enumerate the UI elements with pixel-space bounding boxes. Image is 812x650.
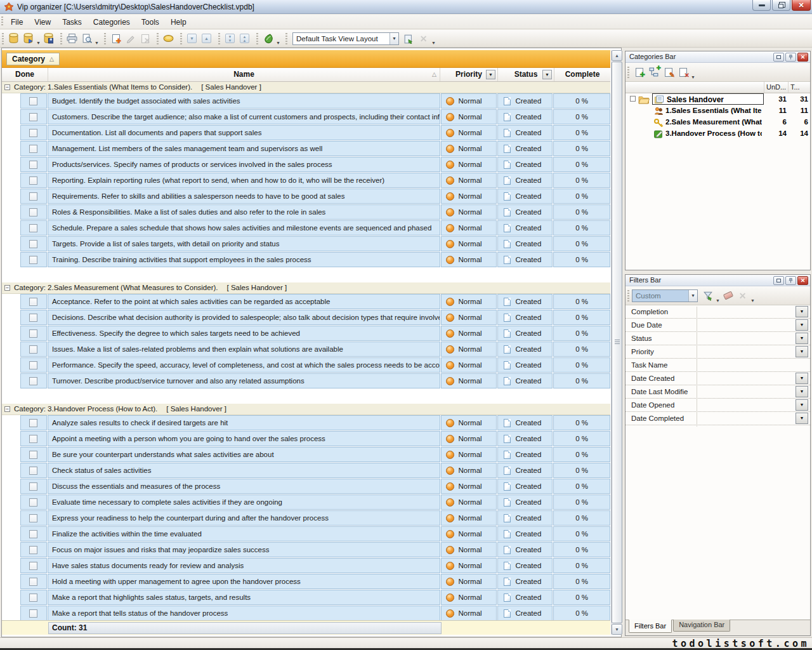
task-row[interactable]: Discuss the essentials and measures of t… bbox=[2, 479, 610, 494]
tree-column-total[interactable]: T... bbox=[788, 82, 810, 93]
task-name-cell[interactable]: Performance. Specify the speed, accuracy… bbox=[48, 357, 440, 373]
task-row[interactable]: Customers. Describe the target audience;… bbox=[2, 109, 610, 124]
filter-value-dropdown-icon[interactable]: ▼ bbox=[796, 319, 808, 331]
task-name-cell[interactable]: Targets. Provide a list of sales targets… bbox=[48, 236, 440, 251]
priority-cell[interactable]: Normal bbox=[441, 93, 497, 109]
filters-toolbar-dropdown-icon[interactable]: ▼ bbox=[750, 298, 756, 305]
task-name-cell[interactable]: Express your readiness to help the count… bbox=[48, 510, 440, 526]
menu-item-file[interactable]: File bbox=[5, 16, 29, 29]
task-row[interactable]: Analyze sales results to check if desire… bbox=[2, 415, 610, 430]
filters-close-button[interactable]: ✕ bbox=[797, 276, 808, 285]
filter-row[interactable]: Priority▼ bbox=[625, 345, 810, 359]
status-cell[interactable]: Created bbox=[497, 431, 553, 446]
status-cell[interactable]: Created bbox=[497, 373, 553, 388]
task-row[interactable]: Appoint a meeting with a person whom you… bbox=[2, 431, 610, 446]
status-cell[interactable]: Created bbox=[497, 310, 553, 325]
priority-cell[interactable]: Normal bbox=[441, 415, 497, 430]
status-cell[interactable]: Created bbox=[497, 479, 553, 494]
clear-filter-button[interactable] bbox=[721, 289, 735, 303]
print-preview-button[interactable] bbox=[79, 32, 94, 46]
task-name-cell[interactable]: Discuss the essentials and measures of t… bbox=[48, 479, 440, 494]
notification-dropdown-icon[interactable]: ▼ bbox=[275, 41, 281, 47]
task-row[interactable]: Check status of sales activitiesNormalCr… bbox=[2, 463, 610, 478]
filter-value-dropdown-icon[interactable]: ▼ bbox=[796, 333, 808, 344]
complete-cell[interactable]: 0 % bbox=[553, 590, 610, 605]
status-cell[interactable]: Created bbox=[497, 220, 553, 235]
task-row[interactable]: Documentation. List all documents and pa… bbox=[2, 125, 610, 140]
task-name-cell[interactable]: Budget. Identify the budget associated w… bbox=[48, 93, 440, 109]
status-cell[interactable]: Created bbox=[497, 93, 553, 109]
done-checkbox[interactable] bbox=[29, 546, 37, 554]
layout-dropdown-icon[interactable]: ▼ bbox=[431, 41, 436, 47]
priority-cell[interactable]: Normal bbox=[441, 189, 497, 204]
priority-cell[interactable]: Normal bbox=[441, 294, 497, 309]
done-checkbox[interactable] bbox=[29, 129, 37, 137]
categories-pin-button[interactable] bbox=[785, 53, 796, 62]
delete-filter-button[interactable]: ✕ bbox=[735, 289, 750, 303]
task-name-cell[interactable]: Requirements. Refer to skills and abilit… bbox=[48, 189, 440, 204]
task-name-cell[interactable]: Acceptance. Refer to the point at which … bbox=[48, 294, 440, 309]
status-cell[interactable]: Created bbox=[497, 109, 553, 124]
complete-cell[interactable]: 0 % bbox=[553, 326, 610, 341]
status-cell[interactable]: Created bbox=[497, 574, 553, 589]
done-checkbox[interactable] bbox=[29, 314, 37, 322]
task-name-cell[interactable]: Documentation. List all documents and pa… bbox=[48, 125, 440, 140]
task-row[interactable]: Reporting. Explain reporting rules (what… bbox=[2, 173, 610, 188]
complete-cell[interactable]: 0 % bbox=[553, 294, 610, 309]
filter-value-dropdown-icon[interactable]: ▼ bbox=[796, 413, 808, 424]
priority-cell[interactable]: Normal bbox=[441, 479, 497, 494]
column-header-status[interactable]: Status ▼ bbox=[498, 68, 554, 81]
complete-cell[interactable]: 0 % bbox=[553, 558, 610, 573]
priority-cell[interactable]: Normal bbox=[441, 373, 497, 388]
priority-filter-dropdown-icon[interactable]: ▼ bbox=[486, 70, 495, 79]
complete-cell[interactable]: 0 % bbox=[553, 109, 610, 124]
task-row[interactable]: Management. List members of the sales ma… bbox=[2, 141, 610, 156]
status-cell[interactable]: Created bbox=[497, 326, 553, 341]
done-checkbox[interactable] bbox=[29, 609, 37, 618]
done-checkbox[interactable] bbox=[29, 97, 37, 105]
complete-cell[interactable]: 0 % bbox=[553, 606, 610, 620]
done-checkbox[interactable] bbox=[29, 578, 37, 586]
done-checkbox[interactable] bbox=[29, 113, 37, 121]
task-row[interactable]: Decisions. Describe what decision author… bbox=[2, 310, 610, 325]
priority-cell[interactable]: Normal bbox=[441, 574, 497, 589]
filter-row[interactable]: Due Date▼ bbox=[625, 319, 810, 332]
priority-cell[interactable]: Normal bbox=[441, 606, 497, 620]
status-cell[interactable]: Created bbox=[497, 558, 553, 573]
done-checkbox[interactable] bbox=[29, 240, 37, 248]
delete-task-button[interactable]: ✕ bbox=[138, 32, 152, 46]
done-checkbox[interactable] bbox=[29, 161, 37, 169]
tab-filters-bar[interactable]: Filters Bar bbox=[629, 620, 672, 633]
complete-cell[interactable]: 0 % bbox=[553, 93, 610, 109]
task-row[interactable]: Issues. Make a list of sales-related pro… bbox=[2, 342, 610, 357]
priority-cell[interactable]: Normal bbox=[441, 125, 497, 140]
complete-cell[interactable]: 0 % bbox=[553, 463, 610, 478]
done-checkbox[interactable] bbox=[29, 298, 37, 306]
task-row[interactable]: Effectiveness. Specify the degree to whi… bbox=[2, 326, 610, 341]
filter-row[interactable]: Date Completed▼ bbox=[625, 412, 810, 425]
filter-value-dropdown-icon[interactable]: ▼ bbox=[796, 306, 808, 317]
done-checkbox[interactable] bbox=[29, 419, 37, 427]
minimize-button[interactable] bbox=[752, 0, 771, 11]
filter-row[interactable]: Date Last Modifie▼ bbox=[625, 385, 810, 399]
task-name-cell[interactable]: Focus on major issues and risks that may… bbox=[48, 542, 440, 557]
complete-cell[interactable]: 0 % bbox=[553, 236, 610, 251]
task-row[interactable]: Evaluate time necessary to complete sale… bbox=[2, 494, 610, 510]
task-row[interactable]: Acceptance. Refer to the point at which … bbox=[2, 294, 610, 309]
task-name-cell[interactable]: Have sales status documents ready for re… bbox=[48, 558, 440, 573]
column-header-complete[interactable]: Complete bbox=[554, 68, 610, 81]
menu-item-tools[interactable]: Tools bbox=[136, 16, 165, 29]
task-row[interactable]: Performance. Specify the speed, accuracy… bbox=[2, 357, 610, 373]
task-row[interactable]: Schedule. Prepare a sales schedule that … bbox=[2, 220, 610, 235]
task-name-cell[interactable]: Reporting. Explain reporting rules (what… bbox=[48, 173, 440, 188]
priority-cell[interactable]: Normal bbox=[441, 310, 497, 325]
task-row[interactable]: Turnover. Describe product/service turno… bbox=[2, 373, 610, 388]
done-checkbox[interactable] bbox=[29, 329, 37, 338]
task-name-cell[interactable]: Schedule. Prepare a sales schedule that … bbox=[48, 220, 440, 235]
collapse-expander-icon[interactable]: − bbox=[4, 84, 10, 90]
task-row[interactable]: Hold a meeting with upper management to … bbox=[2, 574, 610, 589]
complete-cell[interactable]: 0 % bbox=[553, 342, 610, 357]
filter-row[interactable]: Date Opened▼ bbox=[625, 399, 810, 412]
task-name-cell[interactable]: Issues. Make a list of sales-related pro… bbox=[48, 342, 440, 357]
done-checkbox[interactable] bbox=[29, 435, 37, 443]
